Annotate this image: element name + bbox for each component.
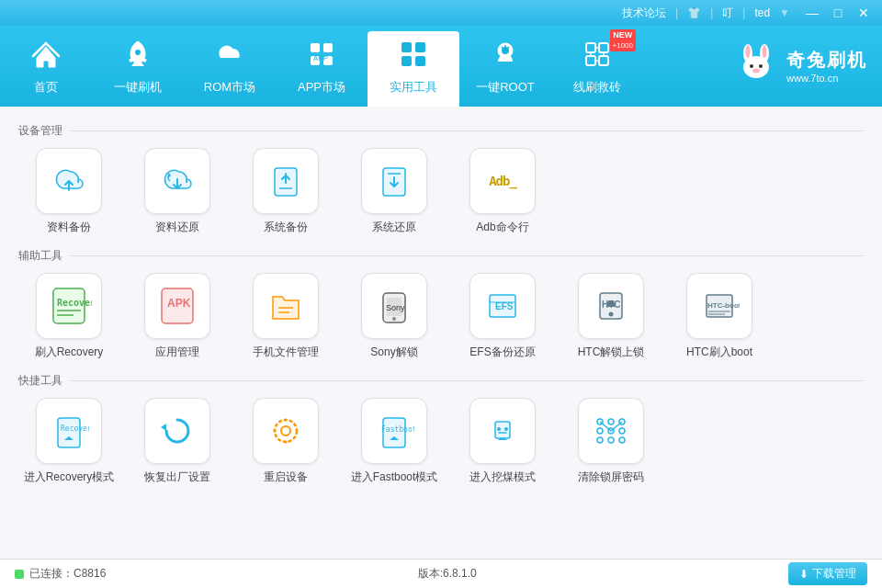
svg-rect-6 [401,42,412,52]
svg-point-24 [763,45,767,58]
nav-item-home[interactable]: 首页 [0,26,92,107]
chat-link[interactable]: 叮 [722,6,733,21]
titlebar: 技术论坛 | 👕 | 叮 | ted ▼ — □ ✕ [0,0,882,26]
data-backup-icon [36,148,102,214]
tool-apk[interactable]: APK 应用管理 [127,273,228,360]
svg-rect-8 [401,56,412,66]
tool-sys-restore[interactable]: 系统还原 [344,148,445,235]
home-label: 首页 [34,79,58,96]
minimize-button[interactable]: — [799,0,825,26]
clear-lockscreen-icon [578,398,644,464]
logo-url: www.7to.cn [786,72,867,85]
tool-digging-mode[interactable]: 进入挖煤模式 [452,398,553,485]
wire-flash-label: 线刷救砖 [573,79,621,96]
svg-point-75 [619,437,625,443]
section-device-management: 设备管理 [18,123,864,139]
sys-backup-icon [253,148,319,214]
app-market-label: APP市场 [298,79,345,96]
quick-tools-grid: Recovery 进入Recovery模式 恢复出厂设置 [18,398,864,485]
close-button[interactable]: ✕ [851,0,876,26]
sys-backup-label: 系统备份 [264,220,308,235]
svg-rect-13 [599,43,608,52]
data-restore-icon [144,148,210,214]
fastboot-mode-label: 进入Fastboot模式 [351,469,438,485]
statusbar: 已连接：C8816 版本:6.8.1.0 ⬇ 下载管理 [0,559,882,588]
svg-point-26 [759,64,763,68]
recovery-label: 刷入Recovery [35,345,104,360]
shirt-icon[interactable]: 👕 [687,6,701,19]
tool-htc-unlock[interactable]: HTC HTC解锁上锁 [560,273,662,360]
svg-rect-7 [415,42,425,52]
section-assist-tools: 辅助工具 [18,248,864,264]
svg-point-61 [274,430,277,433]
tool-sys-backup[interactable]: 系统备份 [235,148,336,235]
nav-item-onekey-flash[interactable]: 一键刷机 [92,26,184,107]
svg-point-73 [597,437,603,443]
tool-htc-boot[interactable]: HTC-boot HTC刷入boot [669,273,770,360]
download-label: 下载管理 [812,566,856,582]
svg-point-58 [285,419,288,422]
tool-recovery-mode[interactable]: Recovery 进入Recovery模式 [18,398,119,485]
svg-point-49 [609,312,614,317]
nav-item-onekey-root[interactable]: 一键ROOT [459,26,551,107]
logo-rabbit-icon [733,40,779,94]
main-content: 设备管理 资料备份 资料还原 [0,107,882,559]
new-badge: NEW +1000 [610,29,636,51]
svg-point-68 [608,419,614,424]
svg-point-56 [275,420,297,442]
home-icon [29,38,62,75]
connection-text: 已连接：C8816 [29,566,106,582]
app-icon: APP [305,38,338,75]
efs-label: EFS备份还原 [469,345,535,360]
tool-data-restore[interactable]: 资料还原 [127,148,228,235]
htc-unlock-icon: HTC [578,273,644,339]
tool-fastboot-mode[interactable]: Fastboot 进入Fastboot模式 [344,398,445,485]
window-controls: — □ ✕ [799,0,876,26]
clear-lockscreen-label: 清除锁屏密码 [578,469,644,485]
tool-clear-lockscreen[interactable]: 清除锁屏密码 [560,398,662,485]
efs-icon: EFS [469,273,536,339]
htc-boot-label: HTC刷入boot [686,345,752,360]
tool-adb[interactable]: Adb_ Adb命令行 [452,148,553,235]
tool-data-backup[interactable]: 资料备份 [18,148,119,235]
svg-point-42 [392,317,396,321]
maximize-button[interactable]: □ [825,0,851,26]
nav-item-tools[interactable]: 实用工具 [368,31,459,107]
svg-rect-9 [415,56,425,66]
svg-rect-54 [58,418,80,447]
tool-files[interactable]: 手机文件管理 [235,273,336,360]
nav-item-rom-market[interactable]: ROM市场 [184,26,276,107]
tool-recovery[interactable]: Recovery 刷入Recovery [18,273,119,360]
svg-text:EFS: EFS [495,301,514,311]
download-button[interactable]: ⬇ 下载管理 [788,562,867,585]
nav-item-app-market[interactable]: APP APP市场 [276,26,368,107]
svg-point-60 [285,441,288,444]
wire-flash-icon [581,38,614,75]
files-icon [253,273,319,339]
sys-restore-icon [361,148,427,214]
titlebar-links: 技术论坛 | 👕 | 叮 | ted ▼ [622,6,790,21]
svg-rect-15 [599,56,608,65]
tool-reboot[interactable]: 重启设备 [235,398,336,485]
tools-icon [397,38,430,75]
svg-rect-12 [586,43,595,52]
logo-area: 奇兔刷机 www.7to.cn [733,26,882,107]
tool-sony[interactable]: Sony Sony解锁 [344,273,445,360]
connection-dot [15,570,24,579]
digging-mode-label: 进入挖煤模式 [469,469,536,485]
forum-link[interactable]: 技术论坛 [622,6,666,21]
status-connection: 已连接：C8816 [15,566,106,582]
sys-restore-label: 系统还原 [372,220,416,235]
htc-unlock-label: HTC解锁上锁 [578,345,645,360]
svg-point-70 [597,428,603,434]
htc-boot-icon: HTC-boot [686,273,752,339]
adb-icon: Adb_ [469,148,536,214]
nav-item-wire-flash[interactable]: NEW +1000 线刷救砖 [551,26,643,107]
svg-text:APP: APP [313,54,328,62]
tool-factory-reset[interactable]: 恢复出厂设置 [127,398,228,485]
factory-reset-icon [144,398,210,464]
svg-point-0 [135,50,141,55]
navbar: 首页 一键刷机 ROM市场 [0,26,882,107]
tool-efs[interactable]: EFS EFS备份还原 [452,273,553,360]
data-backup-label: 资料备份 [47,220,91,235]
